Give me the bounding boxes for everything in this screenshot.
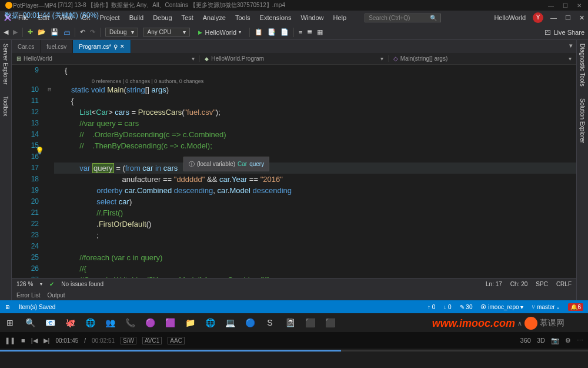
save-status: Item(s) Saved <box>19 304 55 310</box>
taskbar-app-0[interactable]: ⊞ <box>2 315 18 330</box>
prev-button[interactable]: |◀ <box>31 337 38 344</box>
push-count[interactable]: ↑ 0 <box>427 304 435 310</box>
taskbar-app-10[interactable]: 🌐 <box>202 315 218 330</box>
toolbox-tab[interactable]: Toolbox <box>2 96 9 116</box>
save-all-icon[interactable]: 🗃 <box>64 29 70 36</box>
lightbulb-icon[interactable]: 💡 <box>35 145 44 157</box>
share-icon: ⮹ <box>544 29 551 36</box>
pull-count[interactable]: ↓ 0 <box>443 304 451 310</box>
taskbar-app-15[interactable]: ⬛ <box>302 315 318 330</box>
platform-combo[interactable]: Any CPU▾ <box>143 28 190 37</box>
line-ending[interactable]: CRLF <box>556 281 572 287</box>
pot-min[interactable]: — <box>547 2 555 9</box>
notifications[interactable]: 🔔6 <box>568 303 583 311</box>
output-tab[interactable]: Output <box>48 292 65 299</box>
next-button[interactable]: ▶| <box>44 337 50 344</box>
nav-member[interactable]: ◇Main(string[] args)▾ <box>389 55 576 62</box>
taskbar-app-2[interactable]: 📧 <box>42 315 58 330</box>
3d-button[interactable]: 3D <box>537 337 545 344</box>
changes-count[interactable]: ✎ 30 <box>460 304 473 310</box>
redo-icon[interactable]: ↷ <box>90 28 95 36</box>
taskbar-app-14[interactable]: 📓 <box>282 315 298 330</box>
taskbar-app-8[interactable]: 🟪 <box>162 315 178 330</box>
menu-project[interactable]: Project <box>95 13 123 22</box>
taskbar-app-13[interactable]: S <box>262 315 278 330</box>
new-icon[interactable]: ✚ <box>28 28 33 36</box>
pot-close[interactable]: ✕ <box>575 2 583 9</box>
menu-extensions[interactable]: Extensions <box>256 13 296 22</box>
rotate-button[interactable]: 360 <box>520 337 531 344</box>
undo-icon[interactable]: ↶ <box>80 28 85 36</box>
file-tab[interactable]: fuel.csv <box>41 40 73 53</box>
codec-video[interactable]: AVC1 <box>142 337 162 344</box>
taskbar-app-1[interactable]: 🔍 <box>22 315 38 330</box>
taskbar-app-5[interactable]: 👥 <box>102 315 118 330</box>
nav-class[interactable]: ◆HelloWorld.Program▾ <box>200 55 388 62</box>
diagnostic-tools-tab[interactable]: Diagnostic Tools <box>579 44 586 87</box>
open-icon[interactable]: 📂 <box>38 28 46 36</box>
stop-button[interactable]: ■ <box>21 337 25 344</box>
menu-button[interactable]: ⋯ <box>577 337 583 344</box>
tb-icon-6[interactable]: ▦ <box>317 28 323 36</box>
menu-tools[interactable]: Tools <box>231 13 255 22</box>
toolbar: ◀ ▶ ✚ 📂 💾 🗃 ↶ ↷ Debug▾ Any CPU▾ ▶HelloWo… <box>0 25 588 40</box>
search-box[interactable]: Search (Ctrl+Q) 🔍 <box>365 14 441 22</box>
taskbar-app-4[interactable]: 🌐 <box>82 315 98 330</box>
menu-help[interactable]: Help <box>329 13 351 22</box>
vs-min[interactable]: — <box>550 14 557 22</box>
pot-format: MP4 <box>44 2 56 9</box>
vs-close[interactable]: ✕ <box>579 14 584 22</box>
tb-icon-4[interactable]: ≡ <box>299 29 302 36</box>
codec-sw[interactable]: S/W <box>121 337 136 344</box>
nav-back-icon[interactable]: ◀ <box>4 28 8 36</box>
solution-explorer-tab[interactable]: Solution Explorer <box>579 98 586 143</box>
settings-button[interactable]: ⚙ <box>565 337 571 344</box>
nav-project[interactable]: ⊞HelloWorld▾ <box>12 55 200 62</box>
tab-options[interactable]: ▾ <box>566 40 576 53</box>
indent-mode[interactable]: SPC <box>536 281 548 287</box>
menu-analyze[interactable]: Analyze <box>199 13 230 22</box>
run-button[interactable]: ▶HelloWorld▾ <box>195 28 245 37</box>
char-pos[interactable]: Ch: 20 <box>510 281 527 287</box>
bottom-panel-tabs: Error List Output <box>12 290 576 300</box>
config-combo[interactable]: Debug▾ <box>105 28 138 37</box>
right-sidebar: Diagnostic Tools Solution Explorer <box>576 40 588 300</box>
menu-test[interactable]: Test <box>178 13 198 22</box>
error-list-tab[interactable]: Error List <box>16 292 41 299</box>
nav-fwd-icon[interactable]: ▶ <box>13 28 18 36</box>
menu-build[interactable]: Build <box>125 13 148 22</box>
menu-window[interactable]: Window <box>296 13 328 22</box>
taskbar-app-9[interactable]: 📁 <box>182 315 198 330</box>
tb-icon-1[interactable]: 📋 <box>255 28 263 36</box>
pause-button[interactable]: ❚❚ <box>5 337 15 344</box>
repo-selector[interactable]: ⦿ imooc_repo ▾ <box>480 304 523 310</box>
zoom-level[interactable]: 126 % <box>16 281 33 287</box>
taskbar-app-12[interactable]: 🔵 <box>242 315 258 330</box>
live-share-button[interactable]: ⮹Live Share <box>544 29 584 36</box>
pot-max[interactable]: ☐ <box>561 2 569 9</box>
tb-icon-2[interactable]: 📑 <box>268 28 276 36</box>
tb-icon-3[interactable]: 📄 <box>280 28 289 36</box>
vs-max[interactable]: ☐ <box>565 14 571 22</box>
server-explorer-tab[interactable]: Server Explorer <box>2 44 9 84</box>
file-tab[interactable]: Car.cs <box>12 40 41 53</box>
tb-icon-5[interactable]: ≣ <box>307 28 312 36</box>
taskbar-app-11[interactable]: 💻 <box>222 315 238 330</box>
menu-debug[interactable]: Debug <box>149 13 176 22</box>
capture-button[interactable]: 📷 <box>551 337 559 344</box>
taskbar-app-16[interactable]: ⬛ <box>322 315 338 330</box>
taskbar-app-6[interactable]: 📞 <box>122 315 138 330</box>
file-tab[interactable]: Program.cs*⚲✕ <box>73 40 131 53</box>
zoom-dropdown-icon[interactable]: ▾ <box>40 281 42 287</box>
taskbar-app-7[interactable]: 🟣 <box>142 315 158 330</box>
save-icon[interactable]: 💾 <box>51 28 59 36</box>
taskbar-app-3[interactable]: 🐙 <box>62 315 78 330</box>
player-progress[interactable] <box>0 350 588 352</box>
codec-audio[interactable]: AAC <box>168 337 185 344</box>
line-pos[interactable]: Ln: 17 <box>486 281 502 287</box>
user-avatar[interactable]: Y <box>533 12 543 23</box>
branch-selector[interactable]: ⑂ master ▾ <box>532 304 560 310</box>
svg-point-0 <box>5 2 12 9</box>
issues-text[interactable]: No issues found <box>61 281 103 287</box>
code-content[interactable]: 💡 {0 references | 0 changes | 0 authors,… <box>54 65 576 278</box>
